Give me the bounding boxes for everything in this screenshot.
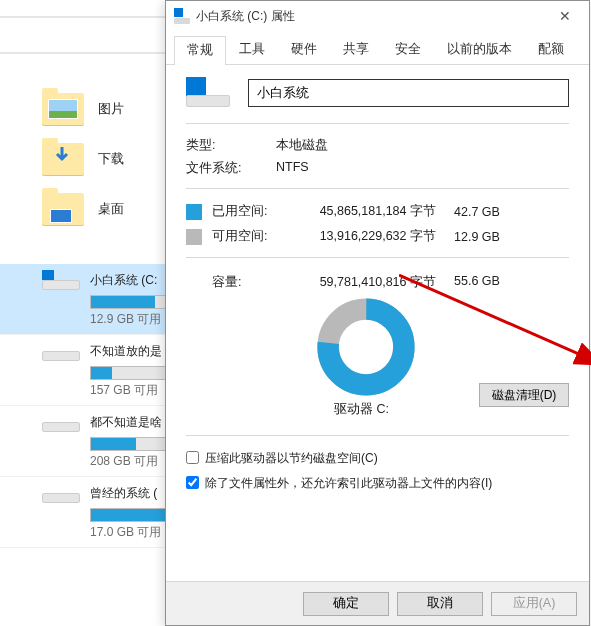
quick-access-list: 图片下载桌面 xyxy=(0,54,180,234)
drive-item[interactable]: 小白系统 (C:12.9 GB 可用 xyxy=(0,264,180,335)
explorer-ribbon xyxy=(0,16,180,54)
usage-donut-chart xyxy=(316,297,416,397)
compress-checkbox-row[interactable]: 压缩此驱动器以节约磁盘空间(C) xyxy=(186,446,569,471)
apply-button[interactable]: 应用(A) xyxy=(491,592,577,616)
disk-icon xyxy=(42,270,80,290)
drive-icon xyxy=(174,8,190,24)
filesystem-value: NTFS xyxy=(276,160,569,177)
index-checkbox[interactable] xyxy=(186,476,199,489)
used-bytes: 45,865,181,184 字节 xyxy=(284,203,454,220)
titlebar: 小白系统 (C:) 属性 ✕ xyxy=(166,1,589,31)
compress-label: 压缩此驱动器以节约磁盘空间(C) xyxy=(205,450,378,467)
usage-bar xyxy=(90,366,174,380)
type-value: 本地磁盘 xyxy=(276,137,569,154)
drive-icon xyxy=(186,79,230,107)
tab-0[interactable]: 常规 xyxy=(174,36,226,65)
capacity-gb: 55.6 GB xyxy=(454,274,514,291)
free-label: 可用空间: xyxy=(212,228,284,245)
dialog-title: 小白系统 (C:) 属性 xyxy=(196,8,295,25)
properties-dialog: 小白系统 (C:) 属性 ✕ 常规工具硬件共享安全以前的版本配额 类型:本地磁盘… xyxy=(165,0,590,626)
drive-list: 小白系统 (C:12.9 GB 可用不知道放的是157 GB 可用都不知道是啥2… xyxy=(0,264,180,548)
folder-downloads[interactable]: 下载 xyxy=(0,134,180,184)
type-label: 类型: xyxy=(186,137,276,154)
free-bytes: 13,916,229,632 字节 xyxy=(284,228,454,245)
drive-item[interactable]: 都不知道是啥208 GB 可用 xyxy=(0,406,180,477)
free-gb: 12.9 GB xyxy=(454,230,514,244)
close-icon[interactable]: ✕ xyxy=(545,2,585,30)
drive-letter-label: 驱动器 C: xyxy=(334,401,389,418)
folder-icon xyxy=(42,93,84,125)
folder-icon xyxy=(42,143,84,175)
drive-title: 不知道放的是 xyxy=(90,343,162,360)
ok-button[interactable]: 确定 xyxy=(303,592,389,616)
compress-checkbox[interactable] xyxy=(186,451,199,464)
tab-1[interactable]: 工具 xyxy=(226,35,278,64)
dialog-footer: 确定 取消 应用(A) xyxy=(166,581,589,625)
general-panel: 类型:本地磁盘 文件系统:NTFS 已用空间: 45,865,181,184 字… xyxy=(166,65,589,496)
disk-icon xyxy=(42,412,80,432)
drive-sub: 208 GB 可用 xyxy=(90,453,174,470)
folder-label: 下载 xyxy=(98,151,124,168)
capacity-label: 容量: xyxy=(186,274,284,291)
drive-item[interactable]: 不知道放的是157 GB 可用 xyxy=(0,335,180,406)
drive-name-input[interactable] xyxy=(248,79,569,107)
used-label: 已用空间: xyxy=(212,203,284,220)
drive-sub: 17.0 GB 可用 xyxy=(90,524,174,541)
filesystem-label: 文件系统: xyxy=(186,160,276,177)
folder-desktop[interactable]: 桌面 xyxy=(0,184,180,234)
disk-icon xyxy=(42,341,80,361)
cancel-button[interactable]: 取消 xyxy=(397,592,483,616)
folder-pictures[interactable]: 图片 xyxy=(0,84,180,134)
index-checkbox-row[interactable]: 除了文件属性外，还允许索引此驱动器上文件的内容(I) xyxy=(186,471,569,496)
tab-2[interactable]: 硬件 xyxy=(278,35,330,64)
drive-title: 小白系统 (C: xyxy=(90,272,157,289)
tab-6[interactable]: 配额 xyxy=(525,35,577,64)
used-space-row: 已用空间: 45,865,181,184 字节 42.7 GB xyxy=(186,199,569,224)
usage-bar xyxy=(90,508,174,522)
drive-title: 都不知道是啥 xyxy=(90,414,162,431)
capacity-row: 容量: 59,781,410,816 字节 55.6 GB xyxy=(186,268,569,293)
drive-title: 曾经的系统 ( xyxy=(90,485,157,502)
folder-label: 桌面 xyxy=(98,201,124,218)
tab-5[interactable]: 以前的版本 xyxy=(434,35,525,64)
usage-bar xyxy=(90,437,174,451)
used-gb: 42.7 GB xyxy=(454,205,514,219)
free-space-row: 可用空间: 13,916,229,632 字节 12.9 GB xyxy=(186,224,569,249)
drive-sub: 12.9 GB 可用 xyxy=(90,311,174,328)
drive-item[interactable]: 曾经的系统 (17.0 GB 可用 xyxy=(0,477,180,548)
tab-3[interactable]: 共享 xyxy=(330,35,382,64)
disk-cleanup-button[interactable]: 磁盘清理(D) xyxy=(479,383,569,407)
index-label: 除了文件属性外，还允许索引此驱动器上文件的内容(I) xyxy=(205,475,492,492)
capacity-bytes: 59,781,410,816 字节 xyxy=(284,274,454,291)
folder-label: 图片 xyxy=(98,101,124,118)
tab-strip: 常规工具硬件共享安全以前的版本配额 xyxy=(166,31,589,65)
disk-icon xyxy=(42,483,80,503)
free-swatch-icon xyxy=(186,229,202,245)
folder-icon xyxy=(42,193,84,225)
explorer-window: 图片下载桌面 小白系统 (C:12.9 GB 可用不知道放的是157 GB 可用… xyxy=(0,16,180,548)
tab-4[interactable]: 安全 xyxy=(382,35,434,64)
usage-bar xyxy=(90,295,174,309)
used-swatch-icon xyxy=(186,204,202,220)
drive-sub: 157 GB 可用 xyxy=(90,382,174,399)
